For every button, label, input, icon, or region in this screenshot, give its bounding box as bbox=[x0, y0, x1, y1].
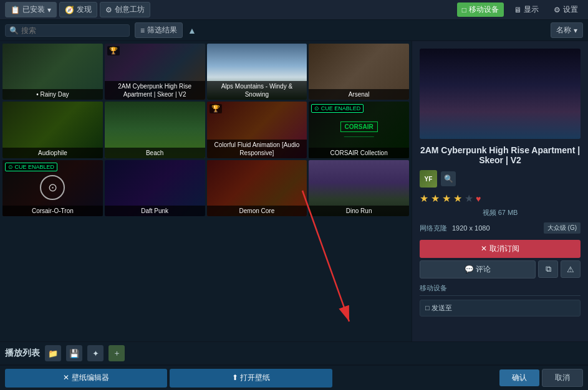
display-label: 显示 bbox=[524, 4, 539, 15]
trophy-badge: 🏆 bbox=[107, 46, 120, 55]
sort-label: 名称 bbox=[556, 25, 571, 36]
wallpaper-item-arsenal[interactable]: Arsenal bbox=[309, 44, 409, 100]
search-bar: 🔍 ≡ 筛选结果 ▲ 名称 ▾ bbox=[0, 20, 588, 41]
wallpaper-preview bbox=[420, 49, 581, 139]
star-5: ★ bbox=[465, 193, 473, 204]
comment-row: 💬 评论 ⧉ ⚠ bbox=[420, 260, 581, 278]
installed-icon: 📋 bbox=[11, 6, 20, 14]
wallpaper-grid-area: • Rainy Day🏆2AM Cyberpunk High Rise Apar… bbox=[0, 41, 412, 341]
item-label: Demon Core bbox=[207, 206, 307, 216]
wallpaper-item-demon-core[interactable]: Demon Core bbox=[207, 160, 307, 216]
sort-chevron-icon: ▾ bbox=[574, 26, 577, 35]
star-4: ★ bbox=[453, 193, 462, 204]
wallpaper-item-corsair-collection[interactable]: ⊙ CUE ENABLEDCORSAIR——————CORSAIR Collec… bbox=[309, 102, 409, 158]
app-window: 📋 已安装 ▾ 🧭 发现 ⚙ 创意工坊 □ 移动设备 🖥 显示 ⚙ 设置 bbox=[0, 0, 588, 390]
trophy-badge: 🏆 bbox=[210, 104, 222, 113]
item-label: Audiophile bbox=[2, 148, 103, 158]
nav-discover[interactable]: 🧭 发现 bbox=[59, 2, 97, 17]
bottom-bar: ✕ 壁纸编辑器 ⬆ 打开壁纸 确认 取消 bbox=[0, 365, 588, 390]
nav-workshop[interactable]: ⚙ 创意工坊 bbox=[100, 2, 150, 17]
favorite-button[interactable]: ♥ bbox=[476, 194, 481, 204]
sort-button[interactable]: 名称 ▾ bbox=[551, 22, 583, 38]
search-input[interactable] bbox=[21, 26, 115, 35]
settings-label: 设置 bbox=[563, 4, 578, 15]
playlist-folder-icon[interactable]: 📁 bbox=[45, 345, 61, 361]
comment-label: 💬 评论 bbox=[465, 264, 491, 275]
item-label: • Rainy Day bbox=[2, 89, 103, 100]
search-input-wrap[interactable]: 🔍 bbox=[5, 24, 130, 37]
cancel-label: 取消 bbox=[555, 373, 570, 382]
item-label: Colorful Fluid Animation [Audio Responsi… bbox=[207, 140, 307, 158]
author-row: YF 🔍 bbox=[420, 170, 581, 188]
chevron-down-icon: ▾ bbox=[47, 6, 51, 14]
filter-icon: ≡ bbox=[140, 26, 145, 35]
item-label: Corsair-O-Tron bbox=[2, 206, 103, 216]
mobile-section-label: 移动设备 bbox=[420, 283, 581, 293]
installed-label: 已安装 bbox=[22, 4, 45, 15]
unsubscribe-button[interactable]: ✕ 取消订阅 bbox=[420, 240, 581, 258]
rating-badge: 大众级 (G) bbox=[544, 222, 581, 234]
wallpaper-editor-button[interactable]: ✕ 壁纸编辑器 bbox=[5, 369, 167, 388]
wallpaper-item-rainy-day[interactable]: • Rainy Day bbox=[2, 44, 103, 100]
open-wallpaper-label: ⬆ 打开壁纸 bbox=[232, 373, 270, 383]
workshop-label: 创意工坊 bbox=[115, 4, 145, 15]
playlist-label: 播放列表 bbox=[5, 348, 40, 359]
network-value: 1920 x 1080 bbox=[452, 224, 539, 232]
wallpaper-grid: • Rainy Day🏆2AM Cyberpunk High Rise Apar… bbox=[2, 44, 409, 216]
item-label: Beach bbox=[105, 148, 205, 158]
sort-arrow-up[interactable]: ▲ bbox=[188, 26, 196, 36]
corsair-logo: CORSAIR—————— bbox=[340, 121, 378, 139]
mobile-icon: □ bbox=[462, 6, 466, 14]
confirm-label: 确认 bbox=[512, 373, 527, 382]
wallpaper-title: 2AM Cyberpunk High Rise Apartment | Skeo… bbox=[420, 145, 581, 165]
item-label: CORSAIR Collection bbox=[309, 148, 409, 158]
content-area: • Rainy Day🏆2AM Cyberpunk High Rise Apar… bbox=[0, 41, 588, 341]
nav-installed[interactable]: 📋 已安装 ▾ bbox=[5, 2, 57, 17]
warn-icon-button[interactable]: ⚠ bbox=[561, 260, 581, 278]
info-grid: 网络克隆 1920 x 1080 大众级 (G) bbox=[420, 222, 581, 234]
cue-badge: ⊙ CUE ENABLED bbox=[311, 104, 364, 113]
send-to-button[interactable]: □ 发送至 bbox=[420, 300, 581, 316]
nav-settings[interactable]: ⚙ 设置 bbox=[549, 2, 583, 17]
corsair-logo: ⊙ bbox=[40, 175, 65, 201]
star-3: ★ bbox=[442, 193, 451, 204]
wallpaper-item-daft-punk[interactable]: Daft Punk bbox=[105, 160, 205, 216]
network-label: 网络克隆 bbox=[420, 224, 447, 233]
item-label: 2AM Cyberpunk High Rise Apartment | Skeo… bbox=[105, 81, 205, 100]
send-to-row: □ 发送至 bbox=[420, 300, 581, 316]
unsub-label: ✕ 取消订阅 bbox=[481, 244, 519, 254]
playlist-share-icon[interactable]: ✦ bbox=[87, 345, 104, 361]
item-label: Dino Run bbox=[309, 206, 409, 216]
wallpaper-editor-label: ✕ 壁纸编辑器 bbox=[63, 373, 108, 383]
cancel-button[interactable]: 取消 bbox=[542, 369, 583, 387]
wallpaper-item-colorful-fluid[interactable]: 🏆Colorful Fluid Animation [Audio Respons… bbox=[207, 102, 307, 158]
wallpaper-item-2am-cyberpunk[interactable]: 🏆2AM Cyberpunk High Rise Apartment | Ske… bbox=[105, 44, 205, 100]
author-search-button[interactable]: 🔍 bbox=[441, 171, 456, 186]
wallpaper-item-beach[interactable]: Beach bbox=[105, 102, 205, 158]
top-nav: 📋 已安装 ▾ 🧭 发现 ⚙ 创意工坊 □ 移动设备 🖥 显示 ⚙ 设置 bbox=[0, 0, 588, 20]
playlist-add-button[interactable]: ＋ bbox=[108, 345, 125, 361]
star-2: ★ bbox=[431, 193, 440, 204]
item-label: Daft Punk bbox=[105, 206, 205, 216]
search-icon: 🔍 bbox=[9, 26, 19, 35]
cue-badge: ⊙ CUE ENABLED bbox=[5, 163, 57, 171]
wallpaper-item-dino-run[interactable]: Dino Run bbox=[309, 160, 409, 216]
display-icon: 🖥 bbox=[514, 6, 521, 14]
copy-icon-button[interactable]: ⧉ bbox=[538, 260, 558, 278]
mobile-label: 移动设备 bbox=[469, 4, 499, 15]
wallpaper-item-corsair-o-tron[interactable]: ⊙ CUE ENABLED⊙Corsair-O-Tron bbox=[2, 160, 103, 216]
nav-display[interactable]: 🖥 显示 bbox=[509, 2, 544, 17]
nav-right-area: □ 移动设备 🖥 显示 ⚙ 设置 bbox=[457, 2, 583, 17]
nav-mobile[interactable]: □ 移动设备 bbox=[457, 2, 504, 17]
filter-button[interactable]: ≡ 筛选结果 bbox=[135, 22, 183, 38]
star-1: ★ bbox=[420, 193, 428, 204]
stars-row: ★ ★ ★ ★ ★ ♥ bbox=[420, 193, 581, 204]
playlist-save-icon[interactable]: 💾 bbox=[66, 345, 82, 361]
send-to-label: □ 发送至 bbox=[425, 303, 452, 313]
confirm-button[interactable]: 确认 bbox=[499, 369, 539, 386]
wallpaper-item-audiophile[interactable]: Audiophile bbox=[2, 102, 103, 158]
open-wallpaper-button[interactable]: ⬆ 打开壁纸 bbox=[170, 369, 332, 388]
comment-button[interactable]: 💬 评论 bbox=[420, 260, 536, 278]
wallpaper-item-alps-mountains[interactable]: Alps Mountains - Windy & Snowing bbox=[207, 44, 307, 100]
item-label: Arsenal bbox=[309, 89, 409, 100]
